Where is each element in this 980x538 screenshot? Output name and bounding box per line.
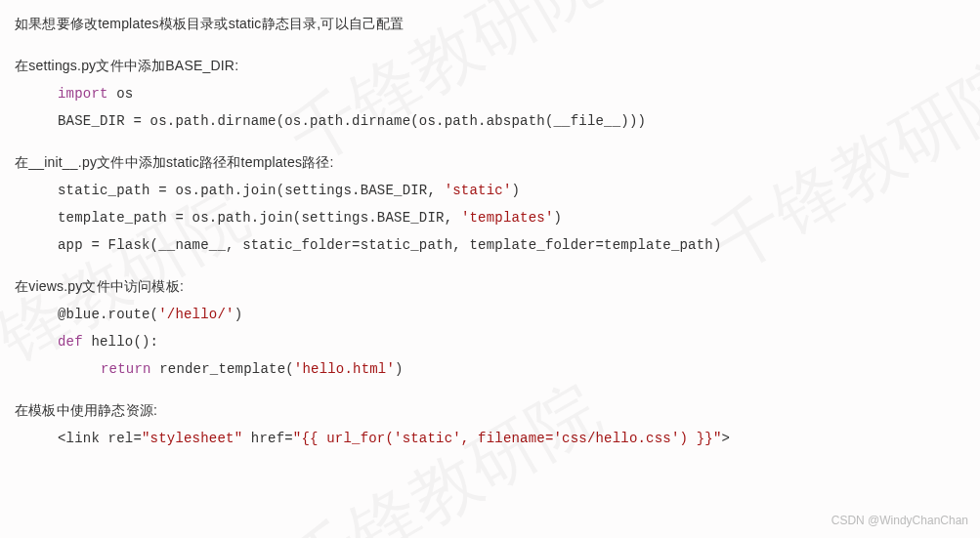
code-line-static-path: static_path = os.path.join(settings.BASE… [15, 177, 965, 204]
code-line-link: <link rel="stylesheet" href="{{ url_for(… [15, 425, 965, 452]
code-line-template-path: template_path = os.path.join(settings.BA… [15, 204, 965, 231]
code-line-import: import os [15, 80, 965, 107]
doc-line-template-heading: 在模板中使用静态资源: [15, 396, 965, 425]
doc-line-views-heading: 在views.py文件中访问模板: [15, 272, 965, 301]
code-line-basedir: BASE_DIR = os.path.dirname(os.path.dirna… [15, 107, 965, 135]
doc-line-settings-heading: 在settings.py文件中添加BASE_DIR: [15, 52, 965, 80]
code-line-flask-app: app = Flask(__name__, static_folder=stat… [15, 231, 965, 259]
code-line-route: @blue.route('/hello/') [15, 301, 965, 328]
doc-line-init-heading: 在__init__.py文件中添加static路径和templates路径: [15, 148, 965, 177]
doc-line-intro: 如果想要修改templates模板目录或static静态目录,可以自己配置 [15, 10, 965, 38]
code-line-return: return render_template('hello.html') [15, 355, 965, 383]
footer-credit: CSDN @WindyChanChan [831, 509, 968, 532]
code-line-def: def hello(): [15, 328, 965, 355]
